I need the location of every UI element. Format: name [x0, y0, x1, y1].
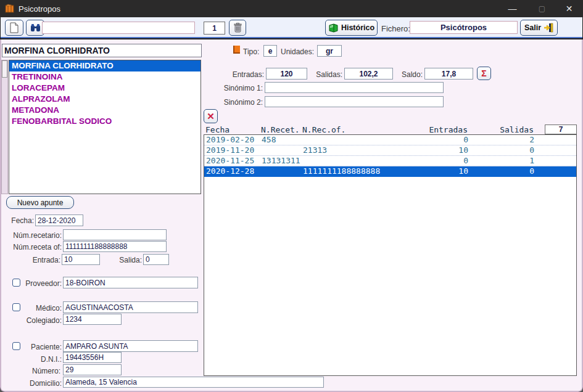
trash-icon — [234, 23, 242, 33]
fichero-field[interactable] — [410, 21, 518, 34]
sinonimo2-label: Sinónimo 2: — [220, 98, 263, 107]
table-row[interactable]: 2020-11-25 13131311 0 1 — [204, 156, 576, 166]
domicilio-label: Domicilio: — [19, 379, 62, 388]
close-button[interactable]: ✕ — [555, 0, 583, 17]
cell-entradas: 10 — [429, 166, 468, 176]
proveedor-field[interactable] — [63, 277, 198, 288]
colegiado-label: Colegiado: — [19, 316, 62, 325]
movements-count-field[interactable] — [545, 125, 577, 134]
cell-fecha: 2019-11-20 — [206, 145, 262, 155]
salir-button[interactable]: Salir — [520, 20, 558, 36]
entradas-total-field[interactable] — [266, 68, 307, 80]
sinonimo2-field[interactable] — [265, 96, 444, 107]
maximize-icon: ▢ — [539, 4, 545, 13]
search-input[interactable] — [42, 22, 195, 34]
table-row-selected[interactable]: 2020-12-28 1111111188888888 10 0 — [204, 166, 576, 177]
cell-fecha: 2020-11-25 — [206, 156, 262, 166]
tipo-icon — [233, 46, 240, 54]
cell-nrecet: 458 — [262, 135, 303, 145]
table-row[interactable]: 2019-11-20 21313 10 0 — [204, 145, 576, 156]
col-nrecof: N.Rec.of. — [302, 125, 428, 134]
cell-nrecof: 21313 — [303, 145, 429, 155]
cell-fecha: 2020-12-28 — [206, 166, 262, 176]
list-item[interactable]: METADONA — [9, 105, 201, 116]
cell-nrecof — [303, 135, 429, 145]
list-scrollbar[interactable] — [1, 60, 8, 194]
list-item[interactable]: FENOBARBITAL SODICO — [9, 116, 201, 127]
paciente-field[interactable] — [63, 340, 198, 352]
salidas-label: Salidas: — [312, 70, 342, 79]
numero-field[interactable] — [63, 364, 122, 375]
domicilio-field[interactable] — [63, 377, 324, 388]
salidas-total-field[interactable] — [344, 68, 393, 80]
fecha-field[interactable] — [35, 214, 83, 226]
cell-nrecof — [303, 156, 429, 166]
cell-entradas: 0 — [429, 156, 468, 166]
new-record-button[interactable] — [5, 20, 23, 36]
num-recetario-label: Núm.recetario: — [0, 231, 62, 240]
col-nrecet: N.Recet. — [261, 125, 302, 134]
salida-field[interactable] — [143, 254, 169, 265]
tipo-field[interactable] — [263, 45, 277, 57]
saldo-label: Saldo: — [398, 70, 423, 79]
fichero-label: Fichero: — [381, 24, 410, 33]
entrada-field[interactable] — [62, 254, 100, 265]
list-item[interactable]: MORFINA CLORHIDRATO — [9, 60, 201, 71]
delete-record-button[interactable] — [229, 20, 246, 36]
app-window: Psicotropos — ▢ ✕ — [0, 0, 583, 392]
nuevo-apunte-label: Nuevo apunte — [17, 198, 64, 207]
cell-salidas: 1 — [468, 156, 534, 166]
unidades-field[interactable] — [317, 45, 342, 57]
minimize-button[interactable]: — — [498, 0, 526, 17]
sinonimo1-field[interactable] — [265, 82, 444, 93]
delete-movement-button[interactable]: ✕ — [204, 109, 218, 123]
maximize-button[interactable]: ▢ — [528, 0, 556, 17]
num-receta-of-field[interactable] — [63, 241, 167, 252]
list-item[interactable]: LORACEPAM — [9, 83, 201, 94]
saldo-field[interactable] — [424, 68, 473, 80]
product-listbox: MORFINA CLORHIDRATO TRETINOINA LORACEPAM… — [9, 60, 201, 194]
fecha-label: Fecha: — [3, 216, 34, 225]
red-x-icon: ✕ — [207, 112, 215, 121]
title-bar: Psicotropos — ▢ ✕ — [0, 0, 583, 17]
entrada-label: Entrada: — [17, 256, 60, 264]
list-item[interactable]: ALPRAZOLAM — [9, 94, 201, 105]
medico-field[interactable] — [63, 301, 198, 313]
table-row[interactable]: 2019-02-20 458 0 2 — [204, 135, 576, 145]
cell-fecha: 2019-02-20 — [206, 135, 262, 145]
cell-salidas: 2 — [468, 135, 534, 145]
salir-label: Salir — [524, 23, 541, 32]
tipo-label: Tipo: — [243, 47, 259, 56]
colegiado-field[interactable] — [63, 314, 122, 325]
app-icon — [5, 4, 15, 14]
list-item[interactable]: TRETINOINA — [9, 71, 201, 83]
nuevo-apunte-button[interactable]: Nuevo apunte — [6, 196, 74, 209]
cell-nrecet — [262, 166, 303, 176]
book-icon — [328, 23, 339, 33]
minimize-icon: — — [508, 4, 517, 14]
sum-button[interactable]: Σ — [477, 67, 491, 80]
cell-nrecet: 13131311 — [262, 156, 303, 166]
num-receta-of-label: Núm.receta of: — [0, 243, 62, 251]
list-scrollbar-thumb[interactable] — [2, 60, 7, 78]
historico-label: Histórico — [341, 23, 374, 32]
sinonimo1-label: Sinónimo 1: — [220, 84, 263, 92]
window-title: Psicotropos — [19, 4, 60, 14]
numero-label: Número: — [17, 367, 60, 375]
sigma-icon: Σ — [481, 68, 486, 78]
movements-header: Fecha N.Recet. N.Rec.of. Entradas Salida… — [204, 125, 577, 134]
close-icon: ✕ — [566, 4, 573, 14]
record-counter-field[interactable] — [204, 22, 225, 35]
medico-label: Médico: — [19, 304, 62, 312]
product-name-field[interactable] — [2, 44, 202, 57]
movements-table: 2019-02-20 458 0 2 2019-11-20 21313 10 0… — [204, 134, 577, 376]
dni-field[interactable] — [63, 352, 122, 363]
num-recetario-field[interactable] — [63, 229, 167, 240]
salida-label: Salida: — [105, 256, 142, 264]
cell-salidas: 0 — [468, 166, 534, 176]
exit-door-icon — [544, 23, 553, 33]
dni-label: D.N.I.: — [19, 355, 62, 364]
cell-nrecof: 1111111188888888 — [303, 166, 429, 176]
historico-button[interactable]: Histórico — [325, 20, 378, 36]
entradas-label: Entradas: — [227, 70, 264, 79]
